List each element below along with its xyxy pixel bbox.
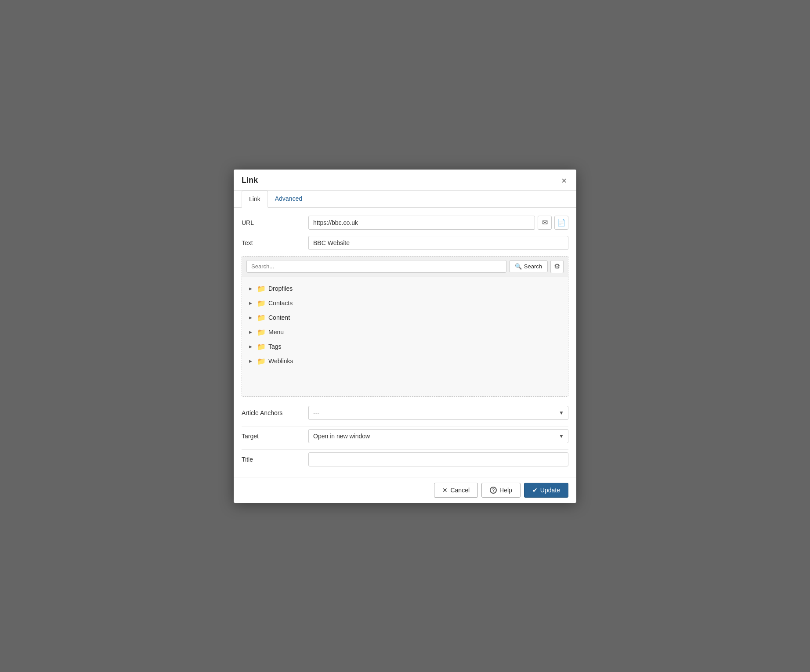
target-select-wrap: Open in new window ▼ xyxy=(308,429,568,443)
url-input-wrap: ✉ 📄 xyxy=(308,216,568,230)
file-icon-button[interactable]: 📄 xyxy=(554,216,568,230)
tab-link[interactable]: Link xyxy=(242,191,268,208)
mail-icon: ✉ xyxy=(542,218,548,227)
text-input-wrap xyxy=(308,236,568,250)
file-tree: ► 📁 Dropfiles ► 📁 Contacts ► 📁 Content ► xyxy=(242,277,568,396)
search-icon: 🔍 xyxy=(515,263,522,270)
folder-icon: 📁 xyxy=(257,357,266,365)
title-row: Title xyxy=(242,449,568,469)
browser-panel: 🔍 Search ⚙ ► 📁 Dropfiles ► 📁 Contacts xyxy=(242,256,568,397)
browser-toolbar: 🔍 Search ⚙ xyxy=(242,257,568,277)
bottom-fields: Article Anchors --- ▼ Target Open in new… xyxy=(242,403,568,469)
list-item[interactable]: ► 📁 Weblinks xyxy=(242,354,568,369)
dialog-footer: ✕ Cancel ? Help ✔ Update xyxy=(234,477,576,503)
folder-icon: 📁 xyxy=(257,343,266,351)
list-item[interactable]: ► 📁 Dropfiles xyxy=(242,282,568,296)
list-item[interactable]: ► 📁 Contacts xyxy=(242,296,568,311)
expand-arrow[interactable]: ► xyxy=(248,358,254,364)
article-anchors-label: Article Anchors xyxy=(242,409,303,416)
dialog-body: URL ✉ 📄 Text 🔍 xyxy=(234,208,576,477)
folder-icon: 📁 xyxy=(257,328,266,336)
article-anchors-row: Article Anchors --- ▼ xyxy=(242,403,568,423)
expand-arrow[interactable]: ► xyxy=(248,315,254,320)
update-button[interactable]: ✔ Update xyxy=(524,483,568,498)
cancel-x-icon: ✕ xyxy=(442,487,448,494)
help-button[interactable]: ? Help xyxy=(481,483,521,498)
text-label: Text xyxy=(242,239,303,246)
tab-advanced[interactable]: Advanced xyxy=(268,191,309,207)
article-anchors-select-wrap: --- ▼ xyxy=(308,406,568,420)
gear-icon: ⚙ xyxy=(554,262,560,271)
title-input[interactable] xyxy=(308,452,568,466)
expand-arrow[interactable]: ► xyxy=(248,344,254,349)
url-field-row: URL ✉ 📄 xyxy=(242,216,568,230)
title-label: Title xyxy=(242,456,303,463)
expand-arrow[interactable]: ► xyxy=(248,300,254,306)
search-button[interactable]: 🔍 Search xyxy=(509,260,548,272)
dialog-header: Link × xyxy=(234,170,576,191)
list-item[interactable]: ► 📁 Menu xyxy=(242,325,568,340)
help-icon: ? xyxy=(490,487,497,494)
article-anchors-select[interactable]: --- xyxy=(308,406,568,420)
target-label: Target xyxy=(242,433,303,440)
link-dialog: Link × Link Advanced URL ✉ 📄 Text xyxy=(234,170,576,503)
url-input[interactable] xyxy=(308,216,535,230)
cancel-button[interactable]: ✕ Cancel xyxy=(434,483,478,498)
dialog-title: Link xyxy=(242,176,258,190)
checkmark-icon: ✔ xyxy=(532,487,538,494)
gear-button[interactable]: ⚙ xyxy=(550,260,564,273)
tab-bar: Link Advanced xyxy=(234,191,576,208)
expand-arrow[interactable]: ► xyxy=(248,329,254,335)
file-icon: 📄 xyxy=(557,218,566,227)
target-row: Target Open in new window ▼ xyxy=(242,426,568,446)
url-label: URL xyxy=(242,219,303,226)
search-input[interactable] xyxy=(246,260,506,273)
text-field-row: Text xyxy=(242,236,568,250)
list-item[interactable]: ► 📁 Content xyxy=(242,311,568,325)
close-button[interactable]: × xyxy=(560,176,568,185)
mail-icon-button[interactable]: ✉ xyxy=(538,216,552,230)
expand-arrow[interactable]: ► xyxy=(248,286,254,291)
target-select[interactable]: Open in new window xyxy=(308,429,568,443)
text-input[interactable] xyxy=(308,236,568,250)
list-item[interactable]: ► 📁 Tags xyxy=(242,340,568,354)
folder-icon: 📁 xyxy=(257,314,266,322)
folder-icon: 📁 xyxy=(257,285,266,293)
folder-icon: 📁 xyxy=(257,299,266,307)
